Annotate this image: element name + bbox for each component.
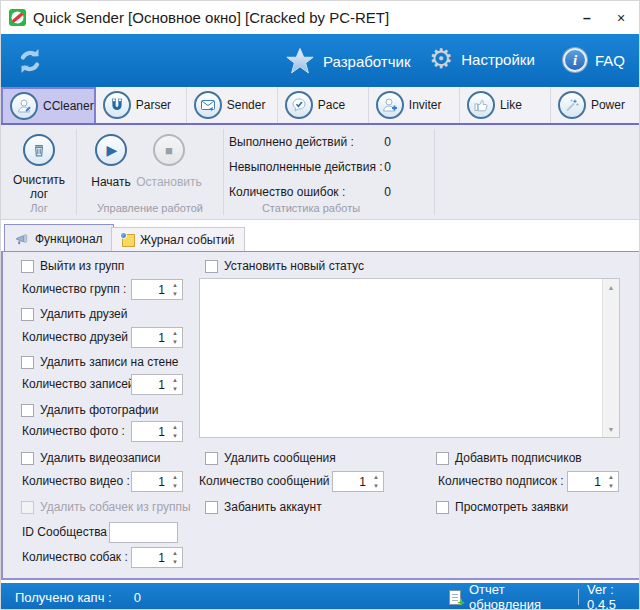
tab-ccleaner[interactable]: CCleaner [1,87,96,123]
tab-inviter[interactable]: Inviter [369,87,460,123]
journal-icon [122,234,135,247]
checkbox-leave-groups[interactable]: Выйти из групп [21,259,124,273]
messages-count-spinner[interactable]: ▲▼ [332,471,384,492]
checkbox[interactable] [436,501,449,514]
checkbox-delete-photos[interactable]: Удалить фотографии [21,403,158,417]
checkbox[interactable] [21,356,34,369]
checkbox[interactable] [21,260,34,273]
dogs-count-spinner[interactable]: ▲▼ [131,547,183,568]
statusbar-separator [578,589,579,605]
spinner-input[interactable] [132,422,168,441]
friends-count-spinner[interactable]: ▲▼ [131,327,183,348]
spinner-up[interactable]: ▲ [168,422,182,432]
spinner-up[interactable]: ▲ [168,375,182,385]
spinner-down[interactable]: ▼ [168,290,182,300]
version-label: Ver : 0.4.5 [587,582,640,610]
faq-button[interactable]: i FAQ [563,48,625,72]
community-id-input[interactable] [109,522,178,543]
tab-label: Pace [318,98,345,112]
checkbox[interactable] [21,308,34,321]
checkbox[interactable] [436,452,449,465]
tab-pace[interactable]: Pace [278,87,369,123]
groups-count-spinner[interactable]: ▲▼ [131,279,183,300]
tab-journal[interactable]: Журнал событий [111,227,245,252]
tab-parser[interactable]: Parser [96,87,187,123]
videos-count-spinner[interactable]: ▲▼ [131,471,183,492]
checkbox-view-requests[interactable]: Просмотреть заявки [436,500,568,514]
tab-functional[interactable]: Функционал [4,224,114,252]
start-button[interactable]: ▶ [95,134,127,166]
module-tab-bar: CCleaner Parser Sender [1,87,640,125]
tab-label: Power [591,98,625,112]
tab-like[interactable]: Like [460,87,551,123]
update-report-link[interactable]: Отчет обновления [469,582,570,610]
thumb-up-icon [467,91,495,119]
status-text-area: ▲ ▼ [199,278,620,438]
main-toolbar: Разработчик ⚙ Настройки i FAQ [1,34,640,87]
photos-count-spinner[interactable]: ▲▼ [131,421,183,442]
settings-button[interactable]: ⚙ Настройки [429,46,535,73]
spinner-down[interactable]: ▼ [168,482,182,492]
spinner-up[interactable]: ▲ [168,548,182,558]
checkbox[interactable] [205,452,218,465]
checkbox-delete-friends[interactable]: Удалить друзей [21,307,127,321]
tab-label: Like [500,98,522,112]
spinner-input[interactable] [132,280,168,299]
spinner-input[interactable] [333,472,369,491]
status-textarea[interactable] [200,279,602,437]
captcha-label: Получено капч : [15,590,112,605]
checkbox[interactable] [205,501,218,514]
refresh-icon [13,44,47,78]
checkbox-ban-account[interactable]: Забанить аккаунт [205,500,322,514]
stop-button[interactable]: ■ [153,134,185,166]
group-stats-label: Статистика работы [236,202,386,214]
scroll-up-arrow[interactable]: ▲ [603,279,619,295]
ribbon-separator [76,129,77,215]
spinner-up[interactable]: ▲ [604,472,618,482]
posts-count-spinner[interactable]: ▲▼ [131,374,183,395]
title-bar: Quick Sender [Основное окно] [Cracked by… [1,1,640,34]
spinner-down[interactable]: ▼ [168,558,182,568]
spinner-up[interactable]: ▲ [168,472,182,482]
spinner-input[interactable] [132,548,168,567]
window-title: Quick Sender [Основное окно] [Cracked by… [33,9,389,26]
checkbox-delete-videos[interactable]: Удалить видеозаписи [21,451,161,465]
subscriptions-count-spinner[interactable]: ▲▼ [567,471,619,492]
stat-done-label: Выполнено действий : [229,135,354,149]
checkbox[interactable] [21,452,34,465]
checkbox-delete-wall-posts[interactable]: Удалить записи на стене [21,355,179,369]
checkbox[interactable] [21,404,34,417]
stop-icon: ■ [165,144,173,157]
play-icon: ▶ [107,143,118,157]
spinner-up[interactable]: ▲ [168,280,182,290]
clear-log-button[interactable] [23,134,55,166]
community-id-label: ID Сообщества : [22,522,114,543]
checkbox-set-status[interactable]: Установить новый статус [205,259,364,273]
clear-log-label[interactable]: Очистить лог [6,173,72,201]
spinner-input[interactable] [568,472,604,491]
tab-sender[interactable]: Sender [187,87,278,123]
spinner-down[interactable]: ▼ [604,482,618,492]
textarea-scrollbar[interactable]: ▲ ▼ [602,279,619,437]
tab-power[interactable]: Power [551,87,640,123]
tab-label: Журнал событий [140,233,234,247]
messages-count-label: Количество сообщений : [199,471,336,492]
spinner-down[interactable]: ▼ [369,482,383,492]
checkbox[interactable] [205,260,218,273]
spinner-up[interactable]: ▲ [168,328,182,338]
refresh-button[interactable] [13,44,47,78]
checkbox-delete-messages[interactable]: Удалить сообщения [205,451,336,465]
spinner-input[interactable] [132,328,168,347]
checkbox-add-subscribers[interactable]: Добавить подписчиков [436,451,582,465]
checkbox [21,501,34,514]
spinner-down[interactable]: ▼ [168,338,182,348]
scroll-down-arrow[interactable]: ▼ [603,421,619,437]
minimize-button[interactable]: – [571,1,603,34]
close-button[interactable]: × [605,1,637,34]
developer-button[interactable]: Разработчик [285,46,410,76]
spinner-input[interactable] [132,472,168,491]
spinner-input[interactable] [132,375,168,394]
spinner-down[interactable]: ▼ [168,385,182,395]
spinner-up[interactable]: ▲ [369,472,383,482]
spinner-down[interactable]: ▼ [168,432,182,442]
